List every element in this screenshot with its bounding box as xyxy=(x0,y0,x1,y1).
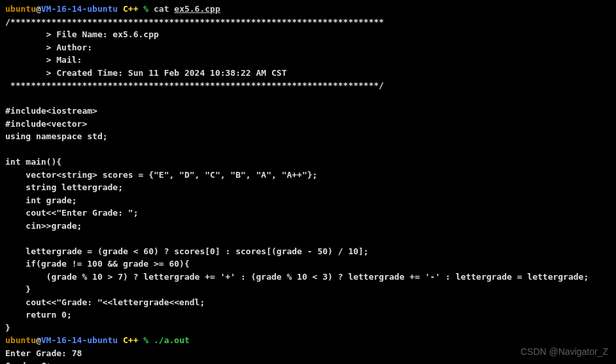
code-line-25: } xyxy=(5,322,611,335)
prompt-symbol: % xyxy=(143,4,154,14)
prompt-symbol: % xyxy=(143,335,154,345)
code-line-15: int grade; xyxy=(5,194,611,207)
prompt-at: @ xyxy=(36,4,41,14)
code-line-21: (grade % 10 > 7) ? lettergrade += '+' : … xyxy=(5,271,611,284)
code-line-6: ****************************************… xyxy=(5,79,611,92)
prompt-user: ubuntu xyxy=(5,335,36,345)
code-line-24: return 0; xyxy=(5,308,611,322)
code-line-14: string lettergrade; xyxy=(5,181,611,194)
code-line-12: int main(){ xyxy=(5,156,611,169)
code-line-10: using namespace std; xyxy=(5,130,611,143)
code-line-22: } xyxy=(5,283,611,296)
prompt-line-1[interactable]: ubuntu@VM-16-14-ubuntu C++ % cat ex5.6.c… xyxy=(5,3,611,16)
code-line-19: lettergrade = (grade < 60) ? scores[0] :… xyxy=(5,245,611,258)
command-filename: ex5.6.cpp xyxy=(174,4,220,14)
code-line-9: #include<vector> xyxy=(5,118,611,131)
code-line-11 xyxy=(5,143,611,156)
code-line-20: if(grade != 100 && grade >= 60){ xyxy=(5,257,611,271)
code-line-16: cout<<"Enter Grade: "; xyxy=(5,207,611,220)
code-line-4: > Mail: xyxy=(5,54,611,67)
code-line-13: vector<string> scores = {"E", "D", "C", … xyxy=(5,169,611,182)
code-line-7 xyxy=(5,92,611,105)
code-line-8: #include<iostream> xyxy=(5,105,611,118)
command-exec: ./a.out xyxy=(154,335,190,345)
code-line-1: /***************************************… xyxy=(5,16,611,29)
code-line-18 xyxy=(5,232,611,245)
code-line-5: > Created Time: Sun 11 Feb 2024 10:38:22… xyxy=(5,67,611,80)
prompt-path: C++ xyxy=(118,4,143,14)
code-line-23: cout<<"Grade: "<<lettergrade<<endl; xyxy=(5,296,611,309)
command-cat: cat xyxy=(154,4,174,14)
prompt-user: ubuntu xyxy=(5,4,36,14)
code-line-3: > Author: xyxy=(5,41,611,54)
prompt-at: @ xyxy=(36,335,41,345)
code-line-2: > File Name: ex5.6.cpp xyxy=(5,28,611,41)
code-line-17: cin>>grade; xyxy=(5,220,611,233)
prompt-host: VM-16-14-ubuntu xyxy=(41,335,118,345)
watermark: CSDN @Navigator_Z xyxy=(521,345,608,359)
prompt-host: VM-16-14-ubuntu xyxy=(41,4,118,14)
output-line-2: Grade: C+ xyxy=(5,359,611,364)
prompt-path: C++ xyxy=(118,335,143,345)
